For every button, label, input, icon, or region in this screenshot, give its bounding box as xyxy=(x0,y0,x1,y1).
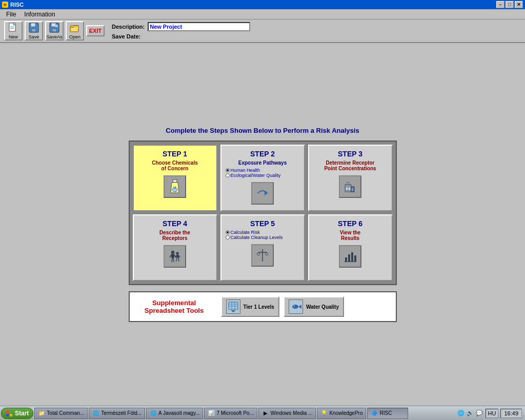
step-1-subtitle: Choose Chemicals of Concern xyxy=(152,160,197,171)
step-4-box[interactable]: STEP 4 Describe the Receptors xyxy=(133,214,217,281)
clock: 16:49 xyxy=(500,409,522,418)
menu-information[interactable]: Information xyxy=(20,10,59,19)
taskbar-j-label: A Javasolt magy... xyxy=(158,410,199,416)
app-icon-letter: R xyxy=(4,3,7,7)
svg-rect-17 xyxy=(347,183,349,185)
exit-button[interactable]: EXIT xyxy=(86,25,105,36)
step-5-option-2-label: Calculate Cleanup Levels xyxy=(231,235,283,240)
maximize-button[interactable]: □ xyxy=(506,1,514,8)
svg-rect-40 xyxy=(344,262,356,262)
taskbar-risc-label: RISC xyxy=(379,410,392,416)
svg-point-50 xyxy=(292,305,298,309)
taskbar-total-command[interactable]: 📁 Total Comman... xyxy=(34,408,88,419)
main-content: Complete the Steps Shown Below to Perfor… xyxy=(0,43,525,406)
svg-point-13 xyxy=(172,188,177,192)
step-4-number: STEP 4 xyxy=(163,219,187,228)
svg-rect-21 xyxy=(352,189,353,190)
taskbar-windows-media[interactable]: ▶ Windows Media ... xyxy=(258,408,316,419)
step-5-box[interactable]: STEP 5 Calculate Risk Calculate Cleanup … xyxy=(220,214,305,281)
taskbar-knowledgepro[interactable]: 💡 KnowledgePro xyxy=(317,408,366,419)
step-3-subtitle: Determine Receptor Point Concentrations xyxy=(324,160,376,171)
step-6-number: STEP 6 xyxy=(338,219,362,228)
step-5-icon-box xyxy=(251,244,274,267)
tier1-icon xyxy=(226,299,240,314)
taskbar-microsoft[interactable]: 📊 7 Microsoft Po... xyxy=(204,408,257,419)
svg-line-24 xyxy=(170,255,171,257)
main-title: Complete the Steps Shown Below to Perfor… xyxy=(166,127,359,134)
taskbar-javasolt[interactable]: 🌐 A Javasolt magy... xyxy=(146,408,203,419)
step-2-box[interactable]: STEP 2 Exposure Pathways Human Health Ec… xyxy=(220,145,305,211)
save-button[interactable]: Save xyxy=(25,21,43,41)
tray-icon-3: 💬 xyxy=(475,409,483,417)
open-button-label: Open xyxy=(69,34,80,39)
step-3-icon-box xyxy=(339,175,361,198)
svg-rect-55 xyxy=(10,410,12,413)
start-label: Start xyxy=(15,410,29,417)
description-input[interactable] xyxy=(148,22,250,31)
taskbar-ms-icon: 📊 xyxy=(208,410,215,417)
taskbar-wm-icon: ▶ xyxy=(262,410,269,417)
step-1-number: STEP 1 xyxy=(163,150,187,158)
step-2-options: Human Health Ecological/Water Quality xyxy=(226,168,300,178)
svg-text:A: A xyxy=(55,24,58,28)
water-quality-label: Water Quality xyxy=(306,304,339,310)
step-6-subtitle: View the Results xyxy=(340,230,360,241)
svg-line-30 xyxy=(175,255,176,257)
taskbar-j-icon: 🌐 xyxy=(150,410,157,417)
svg-rect-56 xyxy=(6,414,9,416)
taskbar-tc-label: Total Comman... xyxy=(47,410,84,416)
tray-icon-2: 🔊 xyxy=(466,409,474,417)
svg-point-28 xyxy=(176,252,179,255)
svg-rect-18 xyxy=(346,188,348,190)
start-button[interactable]: Start xyxy=(1,408,33,419)
svg-rect-29 xyxy=(176,255,179,258)
step-5-radio-2[interactable] xyxy=(226,235,230,239)
water-quality-icon xyxy=(289,299,303,314)
menu-file[interactable]: File xyxy=(2,10,20,19)
step-4-icon-box xyxy=(164,245,186,268)
svg-line-32 xyxy=(176,258,177,262)
step-2-option-1-label: Human Health xyxy=(231,168,260,173)
water-quality-button[interactable]: Water Quality xyxy=(284,296,344,317)
tier1-button[interactable]: Tier 1 Levels xyxy=(221,296,279,317)
step-2-icon-box xyxy=(251,182,274,205)
taskbar-ms-label: 7 Microsoft Po... xyxy=(216,410,253,416)
supplemental-tools: Supplemental Spreadsheet Tools Tier xyxy=(129,291,397,322)
svg-line-27 xyxy=(173,258,174,262)
svg-line-33 xyxy=(178,258,179,262)
step-5-radio-1[interactable] xyxy=(226,230,230,234)
step-6-icon-box xyxy=(339,245,361,268)
menu-bar: File Information xyxy=(0,9,525,19)
step-3-box[interactable]: STEP 3 Determine Receptor Point Concentr… xyxy=(308,145,393,211)
svg-rect-23 xyxy=(171,254,174,258)
step-2-subtitle: Exposure Pathways xyxy=(238,160,287,166)
open-button[interactable]: Open xyxy=(66,21,84,41)
svg-rect-54 xyxy=(6,410,9,413)
step-1-box[interactable]: STEP 1 Choose Chemicals of Concern xyxy=(133,145,217,211)
step-5-option-1-label: Calculate Risk xyxy=(231,230,260,235)
taskbar-t-label: Természeti Föld... xyxy=(101,410,142,416)
taskbar: Start 📁 Total Comman... 🌐 Természeti Föl… xyxy=(0,406,525,420)
step-5-number: STEP 5 xyxy=(250,219,275,228)
step-2-radio-2[interactable] xyxy=(226,173,230,177)
saveas-button-label: SaveAs xyxy=(46,34,62,39)
taskbar-risc[interactable]: 🔷 RISC xyxy=(367,408,408,419)
tier1-label: Tier 1 Levels xyxy=(244,304,274,310)
svg-rect-12 xyxy=(173,179,177,183)
save-button-label: Save xyxy=(29,34,39,39)
step-6-box[interactable]: STEP 6 View the Results xyxy=(308,214,393,281)
svg-rect-41 xyxy=(345,257,347,262)
minimize-button[interactable]: – xyxy=(496,1,504,8)
new-button[interactable]: New xyxy=(4,21,23,41)
language-indicator[interactable]: HU xyxy=(486,409,499,418)
svg-rect-43 xyxy=(351,252,353,262)
svg-rect-6 xyxy=(32,29,36,32)
taskbar-termeszeti[interactable]: 🌐 Természeti Föld... xyxy=(89,408,145,419)
svg-rect-42 xyxy=(348,254,350,262)
svg-point-22 xyxy=(171,251,174,254)
close-button[interactable]: ✕ xyxy=(515,1,523,8)
svg-rect-2 xyxy=(10,27,14,27)
step-2-radio-1[interactable] xyxy=(226,168,230,172)
supplemental-title: Supplemental Spreadsheet Tools xyxy=(136,299,213,314)
saveas-button[interactable]: A SaveAs xyxy=(45,21,64,41)
